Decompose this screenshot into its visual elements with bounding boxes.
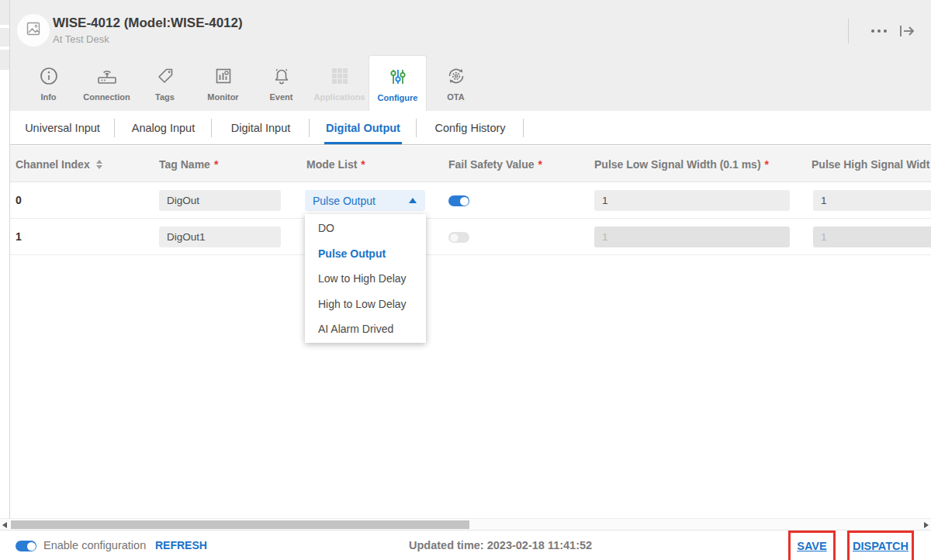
- enable-configuration-label: Enable configuration: [43, 531, 146, 560]
- mode-list-select[interactable]: Pulse Output: [305, 190, 425, 211]
- fail-safety-toggle[interactable]: [448, 195, 469, 206]
- pulse-low-input: [594, 226, 790, 247]
- left-panel-fragment: [0, 28, 9, 47]
- more-menu-icon[interactable]: [865, 23, 893, 39]
- tab-label: Monitor: [207, 92, 238, 102]
- scrollbar-thumb[interactable]: [11, 520, 469, 529]
- column-label: Mode List: [306, 158, 357, 171]
- chevron-up-icon: [409, 198, 417, 203]
- refresh-button[interactable]: REFRESH: [155, 531, 207, 560]
- apps-grid-icon: [330, 64, 350, 88]
- table-row-channel-0: 0 Pulse Output: [10, 182, 931, 219]
- device-title: WISE-4012 (Model:WISE-4012): [53, 16, 243, 31]
- tab-label: Applications: [313, 92, 365, 102]
- subtab-digital-input[interactable]: Digital Input: [212, 111, 310, 144]
- save-annotation-box: SAVE: [788, 531, 836, 560]
- info-icon: [39, 64, 59, 88]
- device-avatar: [17, 14, 50, 47]
- column-label: Pulse Low Signal Width (0.1 ms): [594, 158, 761, 171]
- column-label: Channel Index: [16, 158, 90, 171]
- mode-selected-value: Pulse Output: [313, 195, 376, 207]
- enable-configuration-toggle[interactable]: [16, 541, 36, 551]
- dispatch-annotation-box: DISPATCH: [847, 531, 914, 560]
- column-mode-list: Mode List*: [306, 146, 365, 182]
- tab-ota[interactable]: OTA: [427, 55, 485, 111]
- monitor-chart-icon: [213, 64, 234, 88]
- tab-configure[interactable]: Configure: [369, 55, 427, 111]
- pulse-low-input[interactable]: [594, 190, 790, 211]
- bell-icon: [272, 64, 292, 88]
- tab-monitor[interactable]: Monitor: [194, 55, 252, 111]
- configure-subtab-bar: Universal Input Analog Input Digital Inp…: [10, 111, 931, 145]
- subtab-label: Digital Output: [326, 122, 400, 134]
- left-panel-fragment: [0, 50, 9, 70]
- tab-event[interactable]: Event: [252, 55, 310, 111]
- dropdown-option-high-to-low[interactable]: High to Low Delay: [305, 292, 426, 317]
- dropdown-option-low-to-high[interactable]: Low to High Delay: [305, 266, 426, 292]
- required-marker: *: [214, 158, 218, 171]
- mode-list-dropdown: DO Pulse Output Low to High Delay High t…: [305, 214, 426, 343]
- dropdown-option-do[interactable]: DO: [305, 216, 426, 241]
- tab-label: Tags: [155, 92, 175, 102]
- column-pulse-low: Pulse Low Signal Width (0.1 ms)*: [594, 146, 769, 182]
- horizontal-scrollbar[interactable]: [0, 518, 931, 531]
- channel-index-value: 1: [16, 219, 22, 254]
- column-label: Fail Safety Value: [448, 158, 535, 171]
- tab-info[interactable]: Info: [19, 55, 78, 111]
- tab-label: Connection: [83, 92, 130, 102]
- left-edge-panel: [0, 0, 10, 560]
- tab-label: Configure: [378, 93, 418, 102]
- column-label: Tag Name: [159, 158, 210, 171]
- footer-bar: Enable configuration REFRESH Updated tim…: [0, 531, 931, 560]
- column-label: Pulse High Signal Widt: [812, 158, 929, 171]
- sliders-icon: [388, 65, 408, 88]
- required-marker: *: [765, 158, 769, 171]
- subtab-analog-input[interactable]: Analog Input: [115, 111, 212, 144]
- subtab-config-history[interactable]: Config History: [417, 111, 524, 144]
- column-pulse-high: Pulse High Signal Widt: [812, 146, 929, 182]
- required-marker: *: [361, 158, 365, 171]
- subtab-universal-input[interactable]: Universal Input: [10, 111, 115, 144]
- column-tag-name: Tag Name*: [159, 146, 218, 182]
- dropdown-option-ai-alarm[interactable]: AI Alarm Drived: [305, 316, 426, 342]
- device-location: At Test Desk: [53, 33, 109, 45]
- dropdown-option-pulse-output[interactable]: Pulse Output: [305, 241, 426, 267]
- tab-label: OTA: [447, 92, 464, 102]
- subtab-digital-output[interactable]: Digital Output: [310, 111, 417, 144]
- subtab-label: Digital Input: [231, 122, 291, 134]
- column-channel-index: Channel Index: [16, 146, 102, 182]
- tab-label: Info: [40, 92, 56, 102]
- active-tab-underline: [324, 142, 402, 144]
- subtab-label: Config History: [434, 122, 505, 134]
- scroll-right-arrow-icon[interactable]: [924, 522, 929, 528]
- updated-time-label: Updated time: 2023-02-18 11:41:52: [409, 531, 592, 560]
- column-fail-safety: Fail Safety Value*: [448, 146, 542, 182]
- pulse-high-input: [813, 226, 931, 247]
- channel-index-value: 0: [16, 182, 22, 218]
- tag-name-input[interactable]: [159, 226, 281, 247]
- subtab-label: Universal Input: [25, 122, 100, 134]
- tag-name-input[interactable]: [159, 190, 281, 211]
- dispatch-button[interactable]: DISPATCH: [853, 540, 909, 560]
- sort-icon[interactable]: [96, 160, 102, 169]
- scroll-left-arrow-icon[interactable]: [2, 522, 7, 528]
- image-placeholder-icon: [26, 21, 41, 40]
- fail-safety-toggle: [448, 232, 469, 243]
- tab-applications: Applications: [310, 55, 369, 111]
- left-panel-fragment: [0, 0, 9, 25]
- header-divider: [848, 19, 849, 43]
- tab-label: Event: [270, 92, 293, 102]
- ota-sync-gear-icon: [446, 64, 466, 88]
- save-button[interactable]: SAVE: [797, 540, 826, 560]
- tag-icon: [155, 64, 175, 88]
- device-configuration-window: WISE-4012 (Model:WISE-4012) At Test Desk…: [0, 0, 931, 560]
- router-icon: [95, 64, 119, 88]
- pulse-high-input[interactable]: [813, 190, 931, 211]
- required-marker: *: [538, 158, 542, 171]
- exit-device-icon[interactable]: [897, 22, 917, 40]
- feature-tab-bar: Info Connection Tags Monitor Event Appli…: [19, 55, 485, 111]
- tab-tags[interactable]: Tags: [136, 55, 194, 111]
- subtab-label: Analog Input: [132, 122, 195, 134]
- tab-connection[interactable]: Connection: [78, 55, 136, 111]
- channel-table-header: Channel Index Tag Name* Mode List* Fail …: [10, 146, 931, 182]
